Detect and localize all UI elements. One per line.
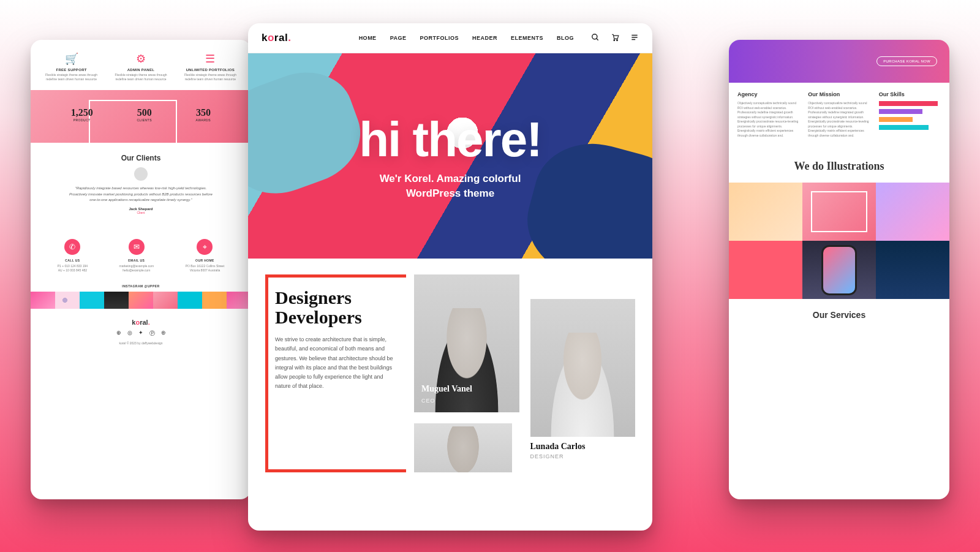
mail-icon: ✉: [129, 239, 145, 255]
navbar: koral. HOME PAGE PORTFOLIOS HEADER ELEME…: [248, 23, 652, 53]
contact-text: PO Box 16122 Collins StreetVictoria 8007…: [186, 264, 225, 273]
illus-tile[interactable]: [802, 241, 876, 299]
feature-admin: ⚙ ADMIN PANEL Flexible strategic theme a…: [111, 52, 170, 81]
menu-icon[interactable]: [630, 33, 639, 43]
gear-icon: ⚙: [111, 52, 170, 66]
logo[interactable]: koral.: [262, 32, 291, 44]
col-agency: Agency Objectively conceptualize technic…: [737, 91, 799, 138]
team-col-1: Muguel Vanel CEO: [414, 274, 519, 472]
intro-block: DesignersDevelopers We strive to create …: [265, 274, 403, 472]
contact-text: P1 + 010 124 833 194AU + 10 003 845 482: [58, 264, 88, 273]
cart-icon: 🛒: [42, 52, 101, 66]
person-role: DESIGNER: [530, 453, 636, 459]
nav-header[interactable]: HEADER: [472, 35, 497, 41]
purchase-banner: PURCHASE KORAL NOW: [729, 40, 949, 83]
person-lunada[interactable]: Lunada Carlos DESIGNER: [530, 274, 636, 459]
svg-point-2: [614, 39, 615, 40]
illus-tile[interactable]: [876, 241, 949, 299]
svg-point-3: [617, 39, 618, 40]
person-partial: [414, 423, 512, 472]
team-col-2: Lunada Carlos DESIGNER: [530, 274, 636, 472]
intro-heading: DesignersDevelopers: [275, 288, 393, 327]
phone-icon: ✆: [64, 239, 80, 255]
person-miguel[interactable]: Muguel Vanel CEO: [414, 274, 519, 412]
nav-icons: [591, 33, 639, 43]
feature-sub: Flexible strategic theme areas through r…: [42, 73, 101, 81]
stat-product: 1,250 PRODUCT: [71, 107, 93, 122]
hero: hi there! We'r Korel. Amazing colorfulWo…: [248, 53, 652, 259]
person-name: Lunada Carlos: [530, 442, 636, 452]
twitter-icon[interactable]: ✦: [138, 330, 143, 338]
contact-call: ✆ CALL US P1 + 010 124 833 194AU + 10 00…: [58, 239, 88, 273]
feature-title: FREE SUPPORT: [42, 68, 101, 72]
contact-text: marketing@example.comhello@example.com: [119, 264, 154, 273]
col-text: Objectively conceptualize technically so…: [737, 101, 799, 138]
instagram-label: INSTAGRAM @UPPER: [42, 284, 240, 288]
person-role: CEO: [421, 398, 435, 404]
col-heading: Our Skills: [879, 91, 941, 97]
col-heading: Agency: [737, 91, 799, 97]
footer-logo: koral.: [42, 319, 240, 326]
clients-heading: Our Clients: [42, 154, 240, 162]
stat-num: 500: [137, 107, 152, 118]
right-preview-card: PURCHASE KORAL NOW Agency Objectively co…: [729, 40, 949, 499]
services-heading: Our Services: [729, 310, 949, 320]
team-section: DesignersDevelopers We strive to create …: [248, 259, 652, 488]
hero-subtitle: We'r Korel. Amazing colorfulWordPress th…: [380, 172, 521, 201]
person-name: Muguel Vanel: [421, 384, 472, 394]
copyright: koral © 2023 by daffywebdesign: [42, 341, 240, 345]
skill-consulting: [879, 125, 941, 130]
svg-line-1: [597, 38, 598, 40]
nav-home[interactable]: HOME: [359, 35, 377, 41]
stat-awards: 350 AWARDS: [196, 107, 211, 122]
nav-page[interactable]: PAGE: [390, 35, 407, 41]
contact-label: EMAIL US: [119, 259, 154, 262]
illustrations-heading: We do Illustrations: [729, 160, 949, 173]
contact-label: CALL US: [58, 259, 88, 262]
client-avatar: [134, 167, 148, 181]
instagram-icon[interactable]: ◎: [127, 330, 132, 338]
stat-clients: 500 CLIENTS: [137, 107, 152, 122]
feature-support: 🛒 FREE SUPPORT Flexible strategic theme …: [42, 52, 101, 81]
illus-tile[interactable]: [876, 183, 949, 241]
nav-portfolios[interactable]: PORTFOLIOS: [420, 35, 459, 41]
social-row: ⊕ ◎ ✦ Ⓟ ⊛: [42, 330, 240, 338]
stats-banner: 1,250 PRODUCT 500 CLIENTS 350 AWARDS: [31, 90, 251, 143]
features-row: 🛒 FREE SUPPORT Flexible strategic theme …: [42, 52, 240, 81]
facebook-icon[interactable]: ⊕: [116, 330, 121, 338]
svg-point-0: [592, 34, 597, 39]
contact-label: OUR HOME: [186, 259, 225, 262]
left-preview-card: 🛒 FREE SUPPORT Flexible strategic theme …: [31, 40, 251, 499]
stat-num: 1,250: [71, 107, 93, 118]
pin-icon: ⌖: [197, 239, 213, 255]
client-role: Client: [42, 211, 240, 214]
nav-blog[interactable]: BLOG: [557, 35, 574, 41]
illus-tile[interactable]: [729, 241, 802, 299]
feature-title: ADMIN PANEL: [111, 68, 170, 72]
nav-elements[interactable]: ELEMENTS: [511, 35, 543, 41]
stat-lbl: CLIENTS: [137, 118, 152, 122]
center-preview-card: koral. HOME PAGE PORTFOLIOS HEADER ELEME…: [248, 23, 652, 531]
pinterest-icon[interactable]: Ⓟ: [149, 330, 155, 338]
feature-sub: Flexible strategic theme areas through r…: [181, 73, 240, 81]
info-columns: Agency Objectively conceptualize technic…: [729, 83, 949, 149]
contact-row: ✆ CALL US P1 + 010 124 833 194AU + 10 00…: [42, 239, 240, 273]
feature-title: UNLIMITED PORTFOLIOS: [181, 68, 240, 72]
cart-icon[interactable]: [611, 33, 619, 43]
stat-num: 350: [196, 107, 211, 118]
contact-home: ⌖ OUR HOME PO Box 16122 Collins StreetVi…: [186, 239, 225, 273]
nav-links: HOME PAGE PORTFOLIOS HEADER ELEMENTS BLO…: [359, 35, 574, 41]
col-skills: Our Skills: [879, 91, 941, 138]
dribbble-icon[interactable]: ⊛: [161, 330, 166, 338]
instagram-row: [31, 292, 251, 309]
illus-tile[interactable]: [802, 183, 876, 241]
stat-lbl: PRODUCT: [71, 118, 93, 122]
search-icon[interactable]: [591, 33, 600, 43]
hero-title: hi there!: [359, 112, 541, 168]
stat-lbl: AWARDS: [196, 118, 211, 122]
illus-tile[interactable]: [729, 183, 802, 241]
purchase-button[interactable]: PURCHASE KORAL NOW: [876, 56, 937, 66]
illustrations-grid: [729, 183, 949, 299]
client-quote: "Rapidiously integrate based resources w…: [67, 186, 216, 203]
feature-sub: Flexible strategic theme areas through r…: [111, 73, 170, 81]
